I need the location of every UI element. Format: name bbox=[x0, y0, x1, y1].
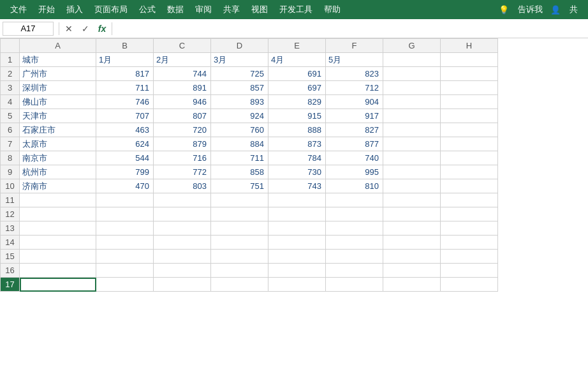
col-header-g[interactable]: G bbox=[383, 39, 441, 53]
cell-D5[interactable]: 924 bbox=[211, 109, 268, 123]
cell-C3[interactable]: 891 bbox=[154, 81, 211, 95]
cell-B16[interactable] bbox=[96, 264, 154, 278]
menu-tell-me[interactable]: 告诉我 bbox=[513, 1, 548, 18]
cell-A17[interactable] bbox=[20, 278, 96, 292]
cell-B13[interactable] bbox=[96, 221, 154, 236]
cell-B8[interactable]: 544 bbox=[96, 151, 154, 165]
cell-H2[interactable] bbox=[441, 67, 498, 81]
cell-F1[interactable]: 5月 bbox=[326, 53, 383, 67]
cell-A8[interactable]: 南京市 bbox=[20, 151, 96, 165]
formula-input[interactable] bbox=[115, 22, 585, 36]
cell-D3[interactable]: 857 bbox=[211, 81, 268, 95]
row-number[interactable]: 5 bbox=[1, 109, 20, 123]
menu-insert[interactable]: 插入 bbox=[61, 1, 88, 18]
cell-C6[interactable]: 720 bbox=[154, 123, 211, 137]
cell-A9[interactable]: 杭州市 bbox=[20, 165, 96, 179]
cell-F17[interactable] bbox=[326, 278, 383, 292]
cell-C14[interactable] bbox=[154, 236, 211, 250]
cell-F6[interactable]: 827 bbox=[326, 123, 383, 137]
cell-C16[interactable] bbox=[154, 264, 211, 278]
cell-F13[interactable] bbox=[326, 221, 383, 236]
cell-G7[interactable] bbox=[383, 137, 441, 151]
cell-C8[interactable]: 716 bbox=[154, 151, 211, 165]
col-header-h[interactable]: H bbox=[441, 39, 498, 53]
menu-help[interactable]: 帮助 bbox=[319, 1, 346, 18]
cell-D14[interactable] bbox=[211, 236, 268, 250]
cell-A12[interactable] bbox=[20, 207, 96, 221]
row-number[interactable]: 11 bbox=[1, 193, 20, 207]
cell-D1[interactable]: 3月 bbox=[211, 53, 268, 67]
col-header-a[interactable]: A bbox=[20, 39, 96, 53]
cell-B14[interactable] bbox=[96, 236, 154, 250]
cell-B11[interactable] bbox=[96, 193, 154, 207]
cell-G12[interactable] bbox=[383, 207, 441, 221]
cell-A11[interactable] bbox=[20, 193, 96, 207]
cell-H11[interactable] bbox=[441, 193, 498, 207]
cell-D2[interactable]: 725 bbox=[211, 67, 268, 81]
cell-E8[interactable]: 784 bbox=[268, 151, 326, 165]
row-number[interactable]: 14 bbox=[1, 236, 20, 250]
cell-D10[interactable]: 751 bbox=[211, 179, 268, 193]
row-number[interactable]: 9 bbox=[1, 165, 20, 179]
cell-H7[interactable] bbox=[441, 137, 498, 151]
cell-D6[interactable]: 760 bbox=[211, 123, 268, 137]
formula-confirm-icon[interactable]: ✓ bbox=[78, 22, 92, 36]
cell-A1[interactable]: 城市 bbox=[20, 53, 96, 67]
cell-H9[interactable] bbox=[441, 165, 498, 179]
cell-F7[interactable]: 877 bbox=[326, 137, 383, 151]
cell-A16[interactable] bbox=[20, 264, 96, 278]
cell-A3[interactable]: 深圳市 bbox=[20, 81, 96, 95]
cell-B7[interactable]: 624 bbox=[96, 137, 154, 151]
cell-B10[interactable]: 470 bbox=[96, 179, 154, 193]
cell-D16[interactable] bbox=[211, 264, 268, 278]
cell-D17[interactable] bbox=[211, 278, 268, 292]
cell-B5[interactable]: 707 bbox=[96, 109, 154, 123]
cell-C17[interactable] bbox=[154, 278, 211, 292]
cell-reference-input[interactable] bbox=[3, 22, 54, 36]
cell-G14[interactable] bbox=[383, 236, 441, 250]
cell-B17[interactable] bbox=[96, 278, 154, 292]
cell-C10[interactable]: 803 bbox=[154, 179, 211, 193]
cell-G2[interactable] bbox=[383, 67, 441, 81]
cell-D8[interactable]: 711 bbox=[211, 151, 268, 165]
cell-G15[interactable] bbox=[383, 250, 441, 264]
cell-H13[interactable] bbox=[441, 221, 498, 236]
cell-H6[interactable] bbox=[441, 123, 498, 137]
cell-H4[interactable] bbox=[441, 95, 498, 109]
cell-C11[interactable] bbox=[154, 193, 211, 207]
cell-H8[interactable] bbox=[441, 151, 498, 165]
cell-G11[interactable] bbox=[383, 193, 441, 207]
cell-E5[interactable]: 915 bbox=[268, 109, 326, 123]
cell-G6[interactable] bbox=[383, 123, 441, 137]
cell-C12[interactable] bbox=[154, 207, 211, 221]
cell-A4[interactable]: 佛山市 bbox=[20, 95, 96, 109]
menu-page-layout[interactable]: 页面布局 bbox=[89, 1, 133, 18]
cell-H12[interactable] bbox=[441, 207, 498, 221]
cell-C2[interactable]: 744 bbox=[154, 67, 211, 81]
cell-G16[interactable] bbox=[383, 264, 441, 278]
cell-F16[interactable] bbox=[326, 264, 383, 278]
col-header-b[interactable]: B bbox=[96, 39, 154, 53]
cell-F4[interactable]: 904 bbox=[326, 95, 383, 109]
cell-E1[interactable]: 4月 bbox=[268, 53, 326, 67]
cell-H14[interactable] bbox=[441, 236, 498, 250]
cell-C13[interactable] bbox=[154, 221, 211, 236]
cell-E12[interactable] bbox=[268, 207, 326, 221]
cell-H15[interactable] bbox=[441, 250, 498, 264]
row-number[interactable]: 6 bbox=[1, 123, 20, 137]
col-header-e[interactable]: E bbox=[268, 39, 326, 53]
cell-D9[interactable]: 858 bbox=[211, 165, 268, 179]
col-header-d[interactable]: D bbox=[211, 39, 268, 53]
cell-E9[interactable]: 730 bbox=[268, 165, 326, 179]
menu-review[interactable]: 审阅 bbox=[190, 1, 217, 18]
cell-A7[interactable]: 太原市 bbox=[20, 137, 96, 151]
cell-A5[interactable]: 天津市 bbox=[20, 109, 96, 123]
cell-C5[interactable]: 807 bbox=[154, 109, 211, 123]
cell-A13[interactable] bbox=[20, 221, 96, 236]
cell-F2[interactable]: 823 bbox=[326, 67, 383, 81]
cell-B15[interactable] bbox=[96, 250, 154, 264]
cell-H16[interactable] bbox=[441, 264, 498, 278]
cell-B2[interactable]: 817 bbox=[96, 67, 154, 81]
row-number[interactable]: 17 bbox=[1, 278, 20, 292]
row-number[interactable]: 10 bbox=[1, 179, 20, 193]
